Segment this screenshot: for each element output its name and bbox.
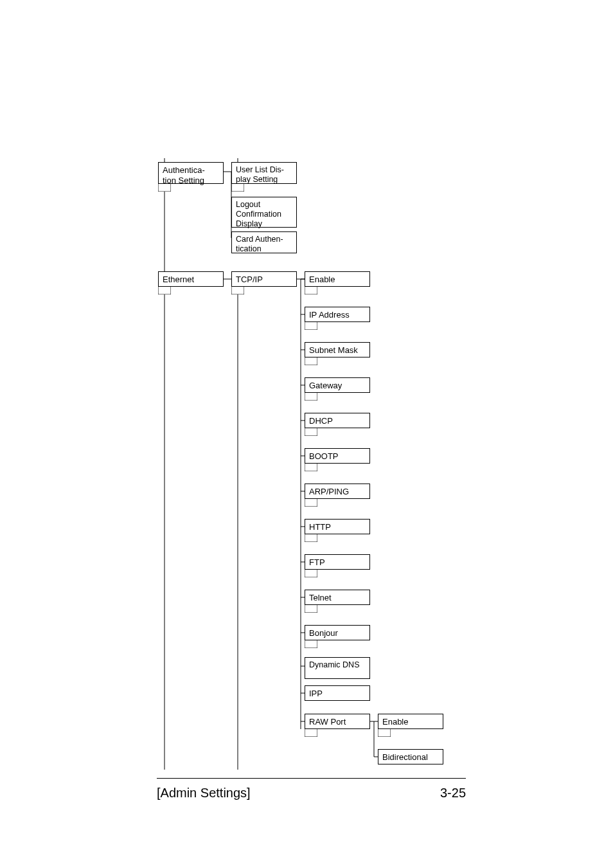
- tab-subnet: [305, 357, 317, 365]
- page-footer: [Admin Settings] 3-25: [157, 786, 466, 800]
- tab-ftp: [305, 570, 317, 577]
- tab-http: [305, 534, 317, 542]
- page: Authentica- tion Setting Ethernet User L…: [0, 0, 613, 868]
- node-http: HTTP: [305, 519, 370, 534]
- tab-gateway: [305, 393, 317, 401]
- node-ethernet: Ethernet: [158, 271, 224, 287]
- node-ipp: IPP: [305, 685, 370, 701]
- node-rawport-enable: Enable: [378, 714, 443, 729]
- footer-right: 3-25: [440, 786, 466, 800]
- tab-userlist: [231, 184, 244, 192]
- tab-ip: [305, 322, 317, 330]
- tab-auth: [158, 184, 171, 192]
- tab-tcpip: [231, 287, 244, 294]
- tab-arpping: [305, 499, 317, 507]
- node-bootp: BOOTP: [305, 448, 370, 464]
- footer-rule: [157, 778, 466, 779]
- node-dynamic-dns: Dynamic DNS: [305, 657, 370, 679]
- node-authentication-setting: Authentica- tion Setting: [158, 162, 224, 184]
- node-tcpip: TCP/IP: [231, 271, 297, 287]
- node-enable: Enable: [305, 271, 370, 287]
- node-gateway: Gateway: [305, 377, 370, 393]
- node-raw-port: RAW Port: [305, 714, 370, 729]
- node-bidirectional: Bidirectional: [378, 749, 443, 764]
- tab-dhcp: [305, 428, 317, 436]
- node-card-authentication: Card Authen- tication: [231, 231, 297, 253]
- tab-rawport-enable: [378, 729, 391, 737]
- node-ftp: FTP: [305, 554, 370, 570]
- tab-enable: [305, 287, 317, 294]
- tab-telnet: [305, 605, 317, 613]
- node-telnet: Telnet: [305, 590, 370, 605]
- node-ip-address: IP Address: [305, 307, 370, 322]
- node-subnet-mask: Subnet Mask: [305, 342, 370, 357]
- node-logout-confirmation-display: Logout Confirmation Display: [231, 197, 297, 228]
- tab-rawport: [305, 729, 317, 737]
- footer-left: [Admin Settings]: [157, 786, 251, 800]
- node-bonjour: Bonjour: [305, 625, 370, 640]
- tab-bootp: [305, 464, 317, 471]
- tab-ethernet: [158, 287, 171, 294]
- node-arpping: ARP/PING: [305, 484, 370, 499]
- tab-bonjour: [305, 640, 317, 648]
- node-dhcp: DHCP: [305, 413, 370, 428]
- node-user-list-display-setting: User List Dis- play Setting: [231, 162, 297, 184]
